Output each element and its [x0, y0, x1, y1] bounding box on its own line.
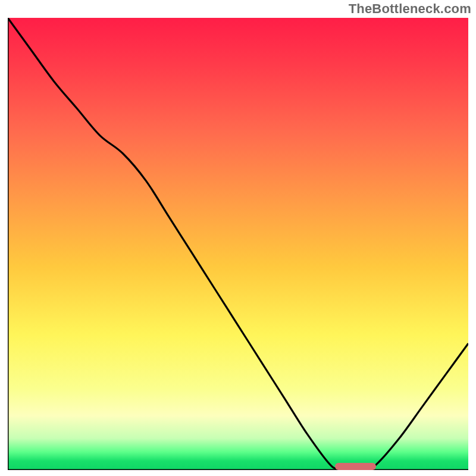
bottleneck-chart: TheBottleneck.com: [0, 0, 476, 476]
curve-path: [8, 18, 468, 469]
watermark-text: TheBottleneck.com: [349, 1, 471, 17]
bottleneck-curve: [8, 18, 468, 470]
optimal-range-marker: [335, 463, 377, 470]
